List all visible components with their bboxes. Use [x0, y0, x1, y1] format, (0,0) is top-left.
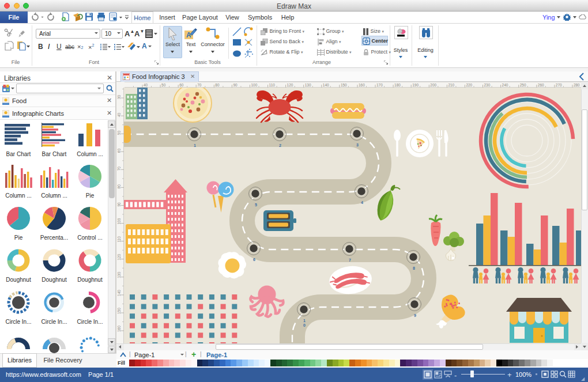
svg-text:4: 4 [361, 201, 363, 205]
svg-text:0: 0 [303, 323, 306, 327]
svg-text:250: 250 [520, 83, 526, 87]
svg-text:160: 160 [117, 326, 121, 332]
svg-text:210: 210 [448, 83, 454, 87]
svg-text:260: 260 [538, 83, 544, 87]
svg-text:7: 7 [349, 258, 351, 262]
svg-text:270: 270 [556, 83, 562, 87]
svg-text:240: 240 [502, 83, 508, 87]
svg-text:80: 80 [215, 83, 220, 87]
svg-text:190: 190 [412, 83, 419, 87]
svg-text:160: 160 [359, 83, 365, 87]
svg-text:50: 50 [161, 83, 166, 87]
svg-text:180: 180 [394, 83, 401, 87]
svg-text:6: 6 [253, 258, 255, 262]
svg-text:50: 50 [117, 131, 121, 135]
svg-text:100: 100 [117, 218, 121, 224]
svg-text:140: 140 [117, 290, 121, 296]
svg-text:130: 130 [117, 272, 121, 278]
svg-text:100: 100 [251, 83, 258, 87]
svg-text:3: 3 [356, 143, 359, 147]
svg-text:5: 5 [255, 203, 257, 207]
svg-text:110: 110 [269, 83, 276, 87]
svg-text:90: 90 [117, 202, 121, 207]
svg-text:1: 1 [194, 143, 196, 147]
svg-text:130: 130 [305, 83, 311, 87]
svg-text:1: 1 [303, 319, 306, 323]
svg-text:230: 230 [484, 83, 491, 87]
svg-text:60: 60 [117, 149, 121, 153]
svg-text:8: 8 [413, 266, 415, 270]
svg-text:280: 280 [574, 83, 580, 87]
svg-text:70: 70 [117, 167, 121, 171]
svg-text:110: 110 [117, 236, 121, 243]
svg-text:140: 140 [323, 83, 329, 87]
svg-text:40: 40 [144, 83, 148, 87]
svg-text:60: 60 [179, 83, 184, 87]
svg-text:150: 150 [341, 83, 347, 87]
svg-text:40: 40 [117, 112, 121, 117]
svg-text:30: 30 [117, 94, 121, 99]
svg-text:70: 70 [197, 83, 202, 87]
svg-text:120: 120 [287, 83, 293, 87]
svg-text:150: 150 [117, 308, 121, 314]
svg-text:A: A [186, 31, 191, 39]
svg-text:200: 200 [430, 83, 436, 87]
svg-text:80: 80 [117, 184, 121, 189]
svg-text:170: 170 [376, 83, 383, 87]
svg-text:120: 120 [117, 254, 121, 260]
svg-text:2: 2 [279, 143, 281, 147]
svg-text:220: 220 [466, 83, 472, 87]
svg-text:90: 90 [233, 83, 238, 87]
svg-text:9: 9 [414, 313, 416, 317]
